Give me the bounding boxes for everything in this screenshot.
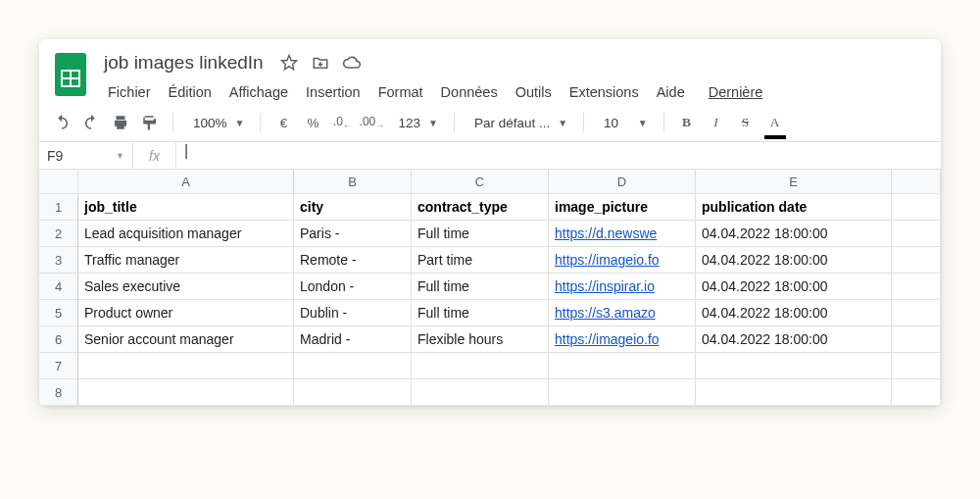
cell[interactable]: [78, 353, 294, 379]
col-header-D[interactable]: D: [549, 170, 696, 194]
move-folder-icon[interactable]: [311, 53, 330, 73]
cell[interactable]: Lead acquisition manager: [78, 221, 294, 247]
cell[interactable]: Madrid -: [294, 326, 412, 353]
menu-data[interactable]: Données: [433, 80, 506, 104]
cell[interactable]: [892, 247, 941, 274]
cell[interactable]: [78, 379, 294, 406]
separator: [454, 113, 455, 132]
select-all-corner[interactable]: [39, 170, 78, 194]
italic-button[interactable]: I: [704, 110, 729, 135]
zoom-select[interactable]: 100%▼: [183, 110, 250, 135]
menu-insert[interactable]: Insertion: [298, 80, 368, 104]
cell[interactable]: Full time: [412, 221, 549, 247]
cell[interactable]: [294, 379, 412, 406]
cell[interactable]: 04.04.2022 18:00:00: [696, 326, 892, 353]
col-header-B[interactable]: B: [294, 170, 412, 194]
formula-input[interactable]: |: [176, 142, 941, 169]
menu-extensions[interactable]: Extensions: [562, 80, 647, 104]
cell[interactable]: [696, 353, 892, 379]
currency-button[interactable]: €: [270, 110, 296, 135]
row-header[interactable]: 6: [39, 326, 78, 353]
cell[interactable]: contract_type: [412, 194, 549, 221]
cell[interactable]: [549, 379, 696, 406]
cell[interactable]: [892, 379, 941, 406]
paint-format-icon[interactable]: [137, 110, 163, 135]
cell[interactable]: Sales executive: [78, 274, 294, 300]
menu-view[interactable]: Affichage: [221, 80, 296, 104]
cell[interactable]: 04.04.2022 18:00:00: [696, 300, 892, 326]
sheets-logo[interactable]: [51, 49, 90, 100]
cell[interactable]: Part time: [412, 247, 549, 274]
cell[interactable]: [892, 326, 941, 353]
menu-edit[interactable]: Édition: [161, 80, 220, 104]
decrease-decimal-button[interactable]: .0←: [329, 110, 355, 135]
cell[interactable]: [892, 194, 941, 221]
star-icon[interactable]: [279, 53, 299, 73]
row-header[interactable]: 8: [39, 379, 78, 406]
percent-button[interactable]: %: [300, 110, 325, 135]
cell[interactable]: [549, 353, 696, 379]
col-header-overflow[interactable]: [892, 170, 941, 194]
font-size-select[interactable]: 10 ▼: [594, 110, 653, 135]
cell[interactable]: [294, 353, 412, 379]
cell[interactable]: [696, 379, 892, 406]
row-header[interactable]: 7: [39, 353, 78, 379]
cell[interactable]: Dublin -: [294, 300, 412, 326]
col-header-E[interactable]: E: [696, 170, 892, 194]
bold-button[interactable]: B: [674, 110, 700, 135]
cell-link[interactable]: https://inspirar.io: [549, 274, 696, 300]
toolbar: 100%▼ € % .0← .00→ 123▼ Par défaut ...▼ …: [39, 104, 941, 142]
cell[interactable]: 04.04.2022 18:00:00: [696, 221, 892, 247]
font-select[interactable]: Par défaut ...▼: [465, 110, 573, 135]
menu-file[interactable]: Fichier: [100, 80, 159, 104]
cell[interactable]: publication date: [696, 194, 892, 221]
cell[interactable]: [892, 274, 941, 300]
document-title[interactable]: job images linkedIn: [100, 50, 268, 75]
row-header[interactable]: 1: [39, 194, 78, 221]
cell[interactable]: Paris -: [294, 221, 412, 247]
number-format-select[interactable]: 123▼: [388, 110, 443, 135]
strikethrough-button[interactable]: S: [733, 110, 759, 135]
cell[interactable]: 04.04.2022 18:00:00: [696, 274, 892, 300]
cell[interactable]: Full time: [412, 300, 549, 326]
cell[interactable]: [412, 379, 549, 406]
menu-tools[interactable]: Outils: [508, 80, 560, 104]
cell-link[interactable]: https://imageio.fo: [549, 247, 696, 274]
menu-last-edit[interactable]: Dernière: [701, 80, 771, 104]
col-header-C[interactable]: C: [412, 170, 549, 194]
row-header[interactable]: 5: [39, 300, 78, 326]
row-header[interactable]: 2: [39, 221, 78, 247]
cell[interactable]: Product owner: [78, 300, 294, 326]
menu-help[interactable]: Aide: [649, 80, 693, 104]
cell[interactable]: [412, 353, 549, 379]
cell[interactable]: [892, 300, 941, 326]
redo-icon[interactable]: [78, 110, 104, 135]
cell[interactable]: London -: [294, 274, 412, 300]
cell[interactable]: Full time: [412, 274, 549, 300]
row-header[interactable]: 4: [39, 274, 78, 300]
spreadsheet-grid[interactable]: A B C D E 1 job_title city contract_type…: [39, 170, 941, 406]
cell[interactable]: image_picture: [549, 194, 696, 221]
cell[interactable]: Senior account manager: [78, 326, 294, 353]
cell[interactable]: [892, 221, 941, 247]
text-color-button[interactable]: A: [762, 110, 788, 135]
name-box[interactable]: F9▼: [39, 142, 133, 169]
cell[interactable]: Flexible hours: [412, 326, 549, 353]
formula-bar: F9▼ fx |: [39, 142, 941, 170]
cell[interactable]: [892, 353, 941, 379]
cloud-status-icon[interactable]: [342, 53, 362, 73]
cell[interactable]: job_title: [78, 194, 294, 221]
col-header-A[interactable]: A: [78, 170, 294, 194]
cell-link[interactable]: https://d.newswe: [549, 221, 696, 247]
print-icon[interactable]: [108, 110, 133, 135]
cell[interactable]: Traffic manager: [78, 247, 294, 274]
menu-format[interactable]: Format: [370, 80, 431, 104]
cell-link[interactable]: https://imageio.fo: [549, 326, 696, 353]
cell[interactable]: 04.04.2022 18:00:00: [696, 247, 892, 274]
cell[interactable]: Remote -: [294, 247, 412, 274]
cell[interactable]: city: [294, 194, 412, 221]
increase-decimal-button[interactable]: .00→: [359, 110, 384, 135]
undo-icon[interactable]: [49, 110, 74, 135]
row-header[interactable]: 3: [39, 247, 78, 274]
cell-link[interactable]: https://s3.amazo: [549, 300, 696, 326]
